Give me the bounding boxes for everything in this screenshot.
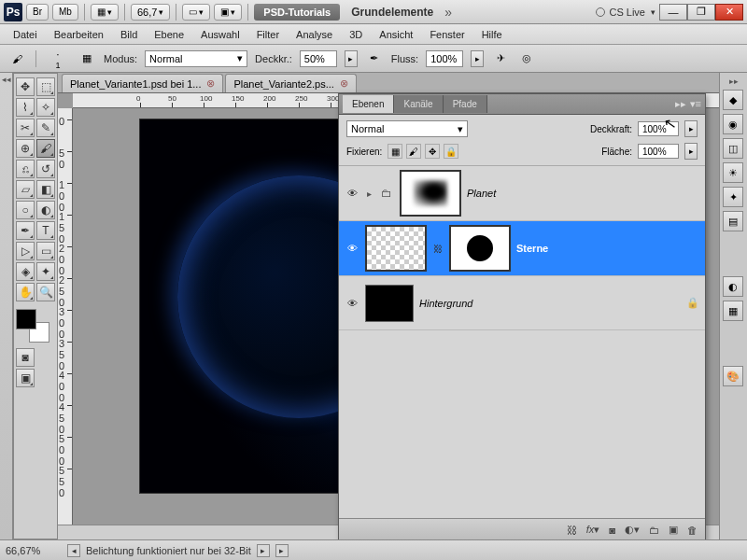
- swatches-dock-icon[interactable]: 🎨: [723, 366, 743, 386]
- add-mask-icon[interactable]: ◙: [609, 525, 615, 536]
- new-layer-icon[interactable]: ▣: [669, 524, 678, 536]
- close-tab-icon[interactable]: ⊗: [340, 77, 348, 90]
- panel-menu-icon[interactable]: ▾≡: [690, 98, 701, 110]
- dodge-tool[interactable]: ◐: [36, 201, 55, 219]
- tablet-opacity-icon[interactable]: ✒: [365, 49, 384, 68]
- lock-all-icon[interactable]: 🔒: [444, 144, 458, 159]
- menu-3d[interactable]: 3D: [342, 26, 370, 43]
- menu-datei[interactable]: Datei: [6, 26, 45, 43]
- crop-tool[interactable]: ✂: [16, 119, 35, 137]
- status-menu-icon[interactable]: ▸: [275, 544, 289, 557]
- visibility-toggle-icon[interactable]: 👁: [345, 296, 359, 311]
- cslive-button[interactable]: CS Live▾: [596, 7, 655, 18]
- delete-layer-icon[interactable]: 🗑: [687, 525, 698, 536]
- panel-collapse-icon[interactable]: ▸▸: [675, 98, 686, 110]
- fill-slider-icon[interactable]: ▸: [684, 143, 698, 160]
- minibridge-button[interactable]: Mb: [52, 4, 78, 21]
- layer-thumbnail[interactable]: [365, 225, 427, 272]
- zoom-level-field[interactable]: 66,7▾: [131, 4, 170, 21]
- pen-tool[interactable]: ✒: [16, 221, 35, 240]
- screenmode-button[interactable]: ▣▾: [214, 4, 242, 21]
- status-next-icon[interactable]: ▸: [257, 544, 270, 557]
- new-group-icon[interactable]: 🗀: [649, 525, 659, 536]
- color-swatches[interactable]: [16, 309, 55, 343]
- lock-position-icon[interactable]: ✥: [425, 144, 440, 159]
- heal-tool[interactable]: ⊕: [16, 139, 35, 158]
- blur-tool[interactable]: ○: [16, 201, 35, 219]
- shape-tool[interactable]: ▭: [36, 242, 55, 260]
- opacity-slider-icon[interactable]: ▸: [345, 50, 358, 67]
- paths-dock-icon[interactable]: ◫: [723, 138, 743, 159]
- layer-name[interactable]: Sterne: [516, 243, 548, 254]
- blend-mode-select[interactable]: Normal▾: [145, 50, 247, 67]
- layer-opacity-field[interactable]: 100%: [638, 121, 679, 136]
- link-layers-icon[interactable]: ⛓: [567, 525, 577, 536]
- mask-link-icon[interactable]: ⛓: [432, 244, 444, 254]
- visibility-toggle-icon[interactable]: 👁: [345, 186, 359, 201]
- 3d-camera-tool[interactable]: ✦: [36, 262, 55, 281]
- left-edge-bar[interactable]: ◂◂: [0, 73, 13, 539]
- status-prev-icon[interactable]: ◂: [67, 544, 80, 557]
- layer-row[interactable]: 👁 ⛓ Sterne: [339, 221, 705, 276]
- lock-pixels-icon[interactable]: 🖌: [406, 144, 421, 159]
- close-button[interactable]: ✕: [715, 4, 743, 21]
- menu-ansicht[interactable]: Ansicht: [372, 26, 420, 43]
- eraser-tool[interactable]: ▱: [16, 180, 35, 199]
- wand-tool[interactable]: ✧: [36, 98, 55, 117]
- status-zoom[interactable]: 66,67%: [6, 545, 62, 556]
- brush-tool[interactable]: 🖌: [36, 139, 55, 158]
- minimize-button[interactable]: —: [659, 4, 687, 21]
- layer-mask-thumbnail[interactable]: [449, 225, 511, 272]
- layers-tab[interactable]: Ebenen: [343, 95, 394, 113]
- flow-slider-icon[interactable]: ▸: [471, 50, 484, 67]
- layer-name[interactable]: Hintergrund: [419, 298, 472, 309]
- quickmask-toggle[interactable]: ◙: [16, 348, 35, 367]
- maximize-button[interactable]: ❐: [687, 4, 715, 21]
- adjustment-layer-icon[interactable]: ◐▾: [625, 524, 640, 536]
- color-dock-icon[interactable]: ▤: [723, 211, 743, 231]
- paths-tab[interactable]: Pfade: [444, 95, 487, 113]
- menu-analyse[interactable]: Analyse: [289, 26, 340, 43]
- flow-field[interactable]: 100%: [426, 50, 463, 67]
- more-workspaces-icon[interactable]: »: [444, 5, 452, 20]
- brush-panel-toggle-icon[interactable]: ▦: [78, 49, 96, 68]
- menu-bearbeiten[interactable]: Bearbeiten: [47, 26, 111, 43]
- layer-opacity-slider-icon[interactable]: ▸: [684, 120, 698, 137]
- menu-hilfe[interactable]: Hilfe: [474, 26, 510, 43]
- zoom-tool[interactable]: 🔍: [36, 283, 55, 301]
- opacity-field[interactable]: 50%: [300, 50, 337, 67]
- type-tool[interactable]: T: [36, 221, 55, 240]
- layer-thumbnail[interactable]: [365, 285, 414, 322]
- lasso-tool[interactable]: ⌇: [16, 98, 35, 117]
- layer-name[interactable]: Planet: [467, 188, 496, 199]
- airbrush-icon[interactable]: ✈: [491, 49, 510, 68]
- menu-auswahl[interactable]: Auswahl: [193, 26, 247, 43]
- menu-fenster[interactable]: Fenster: [422, 26, 472, 43]
- document-tab[interactable]: Planet_Variante2.ps...⊗: [225, 74, 356, 92]
- arrange-button[interactable]: ▭▾: [182, 4, 210, 21]
- fx-icon[interactable]: fx▾: [586, 524, 600, 536]
- history-dock-icon[interactable]: ◐: [723, 276, 743, 297]
- hand-tool[interactable]: ✋: [16, 283, 35, 301]
- channels-dock-icon[interactable]: ◉: [723, 114, 743, 134]
- menu-filter[interactable]: Filter: [249, 26, 287, 43]
- channels-tab[interactable]: Kanäle: [394, 95, 443, 113]
- workspace-label[interactable]: PSD-Tutorials: [254, 4, 340, 21]
- stamp-tool[interactable]: ⎌: [16, 160, 35, 178]
- layer-blendmode-select[interactable]: Normal▾: [346, 120, 468, 137]
- styles-dock-icon[interactable]: ✦: [723, 187, 743, 207]
- visibility-toggle-icon[interactable]: 👁: [345, 241, 359, 256]
- tablet-size-icon[interactable]: ◎: [517, 49, 536, 68]
- layer-row[interactable]: 👁 Hintergrund 🔒: [339, 276, 705, 330]
- screenmode-toggle[interactable]: ▣: [16, 369, 35, 387]
- 3d-tool[interactable]: ◈: [16, 262, 35, 281]
- eyedropper-tool[interactable]: ✎: [36, 119, 55, 137]
- close-tab-icon[interactable]: ⊗: [206, 77, 215, 90]
- document-tab[interactable]: Planet_Variante1.psd bei 1...⊗: [62, 74, 223, 92]
- history-brush-tool[interactable]: ↺: [36, 160, 55, 178]
- lock-transparent-icon[interactable]: ▦: [388, 144, 402, 159]
- actions-dock-icon[interactable]: ▦: [723, 301, 743, 321]
- move-tool[interactable]: ✥: [16, 77, 35, 96]
- ruler-vertical[interactable]: 050100150200250300350400450500550: [58, 108, 73, 525]
- foreground-color-swatch[interactable]: [16, 309, 36, 329]
